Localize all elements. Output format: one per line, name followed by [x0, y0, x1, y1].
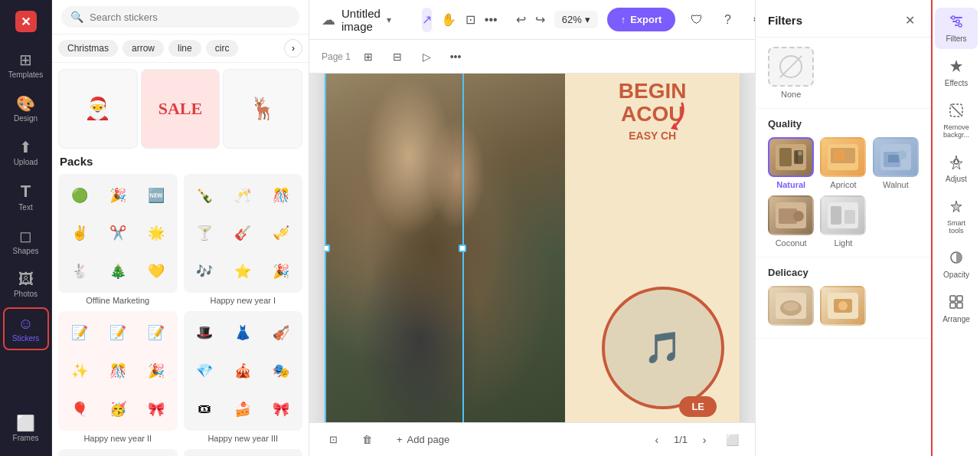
- right-tool-smart[interactable]: Smarttools: [935, 192, 978, 241]
- right-tool-remove-bg[interactable]: Removebackgr...: [935, 97, 978, 145]
- sidebar-item-design[interactable]: 🎨 Design: [3, 88, 49, 129]
- pack-item-happy-new-year-3[interactable]: 🎩 👗 🎻 💎 🎪 🎭 🎟 🍰 🎀 Happy new year III: [184, 311, 303, 442]
- opacity-tool-label: Opacity: [943, 271, 969, 279]
- export-button[interactable]: ↑ Export: [607, 8, 676, 31]
- sidebar-item-shapes[interactable]: ◻ Shapes: [3, 221, 49, 261]
- mini-sticker: 🎈: [61, 391, 98, 428]
- le-button[interactable]: LE: [679, 396, 717, 417]
- canvas-area[interactable]: ↺ BEGINACOU EASY CH 🎵: [309, 74, 755, 422]
- logo-area[interactable]: ✕: [11, 6, 41, 37]
- sidebar-item-frames[interactable]: ⬜ Frames: [3, 408, 49, 448]
- page-label: Page 1: [322, 51, 351, 62]
- canvas-text-big: BEGINACOU: [573, 80, 732, 127]
- sticker-thumb-2[interactable]: 🦌: [223, 69, 302, 149]
- sticker-content[interactable]: 🎅 SALE 🦌 Packs 🟢 🎉 🆕 ✌️ ✂️ 🌟 🐇 🎄: [52, 63, 309, 456]
- right-tools-panel: Filters Effects Removebackgr... Adjust: [931, 0, 980, 456]
- tag-circ[interactable]: circ: [206, 40, 239, 57]
- filter-item-light[interactable]: Light: [820, 195, 866, 248]
- svg-rect-4: [795, 152, 798, 162]
- sidebar-item-stickers[interactable]: ☺ Stickers: [3, 307, 49, 350]
- pack-item-happy-new-year-2[interactable]: 📝 📝 📝 ✨ 🎊 🎉 🎈 🥳 🎀 Happy new year II: [58, 311, 178, 442]
- mini-sticker: 🎭: [263, 353, 299, 389]
- right-tool-effects[interactable]: Effects: [935, 52, 978, 93]
- add-page-icon: +: [397, 434, 403, 445]
- select-tool-button[interactable]: ↗: [422, 8, 432, 32]
- pack-item-happy-new-year-1[interactable]: 🍾 🥂 🎊 🍸 🎸 🎺 🎶 ⭐ 🎉 Happy new year I: [184, 174, 303, 305]
- search-input-wrapper[interactable]: 🔍: [61, 6, 299, 28]
- smart-tool-icon: [949, 198, 964, 218]
- sticker-thumb-1[interactable]: SALE: [141, 69, 220, 149]
- right-tool-filters[interactable]: Filters: [935, 8, 978, 49]
- filter-item-none[interactable]: None: [768, 47, 814, 99]
- right-tool-opacity[interactable]: Opacity: [935, 244, 978, 285]
- add-page-button[interactable]: + Add page: [389, 429, 457, 450]
- coconut-filter-label: Coconut: [776, 238, 807, 248]
- sidebar-item-templates[interactable]: ⊞ Templates: [3, 44, 49, 85]
- settings-icon-button[interactable]: ⚙: [746, 8, 755, 32]
- zoom-control[interactable]: 62% ▾: [554, 11, 598, 28]
- filter-item-natural[interactable]: Natural: [768, 137, 814, 189]
- page-thumbnail-button[interactable]: ⊡: [322, 429, 345, 450]
- expand-button[interactable]: ⬜: [721, 429, 743, 451]
- page-next-button[interactable]: ›: [694, 429, 715, 451]
- more-tools-button[interactable]: •••: [485, 8, 498, 32]
- sidebar-item-photos[interactable]: 🖼 Photos: [3, 264, 49, 304]
- shield-icon-button[interactable]: 🛡: [684, 8, 709, 32]
- none-filter-grid: None: [768, 47, 919, 99]
- preview-button[interactable]: ▷: [415, 45, 438, 68]
- filter-item-apricot[interactable]: Apricot: [820, 137, 866, 189]
- svg-rect-18: [844, 210, 855, 224]
- fit-view-button[interactable]: ⊞: [357, 45, 380, 68]
- pack-item-offline-marketing[interactable]: 🟢 🎉 🆕 ✌️ ✂️ 🌟 🐇 🎄 💛 Offline Marketing: [58, 174, 178, 305]
- search-input[interactable]: [90, 11, 290, 23]
- frame-tool-button[interactable]: ⊡: [466, 8, 475, 32]
- arrange-tool-icon: [949, 294, 964, 313]
- doc-title: Untitled image: [341, 7, 381, 33]
- sidebar-item-upload[interactable]: ⬆ Upload: [3, 132, 49, 172]
- pack-item-happy-new-year-4[interactable]: 🎆 🎏 🎐 🌸 ✨ 🎊 🌺 💫 🌼 Happy new year IV: [58, 449, 178, 456]
- mini-sticker: 🍾: [187, 177, 224, 214]
- grid-view-button[interactable]: ⊟: [386, 45, 409, 68]
- cloud-icon: ☁: [322, 11, 335, 28]
- sticker-panel: 🔍 Christmas arrow line circ › 🎅 SALE 🦌 P…: [52, 0, 309, 456]
- sidebar-label-stickers: Stickers: [12, 334, 40, 343]
- canvas-circle[interactable]: 🎵: [602, 287, 724, 409]
- right-tool-adjust[interactable]: Adjust: [935, 148, 978, 189]
- undo-button[interactable]: ↩: [516, 8, 526, 32]
- redo-button[interactable]: ↪: [535, 8, 545, 32]
- right-tool-arrange[interactable]: Arrange: [935, 288, 978, 330]
- delicacy-1-thumb: [768, 286, 814, 326]
- filter-panel-scroll[interactable]: None Quality: [756, 38, 931, 456]
- tag-christmas[interactable]: Christmas: [58, 40, 118, 57]
- filters-panel-close-button[interactable]: ✕: [900, 11, 919, 29]
- stickers-icon: ☺: [18, 315, 33, 333]
- delete-page-button[interactable]: 🗑: [354, 429, 380, 450]
- opacity-tool-icon: [949, 250, 964, 269]
- canvas-text-sub: EASY CH: [573, 130, 732, 142]
- svg-rect-8: [834, 150, 844, 161]
- sidebar-item-text[interactable]: T Text: [3, 176, 49, 218]
- apricot-filter-thumb: [820, 137, 866, 177]
- mini-sticker: 🎈: [224, 452, 261, 456]
- pack-item-food-drink[interactable]: 🎂 🎈 ❌ 🍋 🎁 🍕 🥑 🍷 🍹 Food and Drink: [184, 449, 303, 456]
- hand-tool-button[interactable]: ✋: [441, 8, 456, 32]
- walnut-filter-label: Walnut: [883, 180, 909, 189]
- mini-sticker: 🎂: [187, 452, 224, 456]
- canvas[interactable]: ↺ BEGINACOU EASY CH 🎵: [325, 74, 740, 422]
- filter-item-delicacy-1[interactable]: [768, 286, 814, 329]
- svg-marker-31: [950, 60, 962, 72]
- mini-sticker: 🎊: [263, 177, 299, 214]
- tag-arrow[interactable]: arrow: [122, 40, 164, 57]
- export-icon: ↑: [621, 14, 626, 25]
- filter-item-coconut[interactable]: Coconut: [768, 195, 814, 248]
- tag-line[interactable]: line: [168, 40, 201, 57]
- more-options-button[interactable]: •••: [444, 45, 467, 68]
- svg-rect-2: [779, 148, 792, 166]
- help-icon-button[interactable]: ?: [715, 8, 740, 32]
- page-prev-button[interactable]: ‹: [646, 429, 668, 451]
- filter-item-delicacy-2[interactable]: [820, 286, 866, 329]
- sticker-thumb-0[interactable]: 🎅: [58, 69, 138, 149]
- filter-item-walnut[interactable]: Walnut: [873, 137, 919, 189]
- tags-nav-next[interactable]: ›: [284, 39, 302, 57]
- svg-point-5: [798, 151, 802, 156]
